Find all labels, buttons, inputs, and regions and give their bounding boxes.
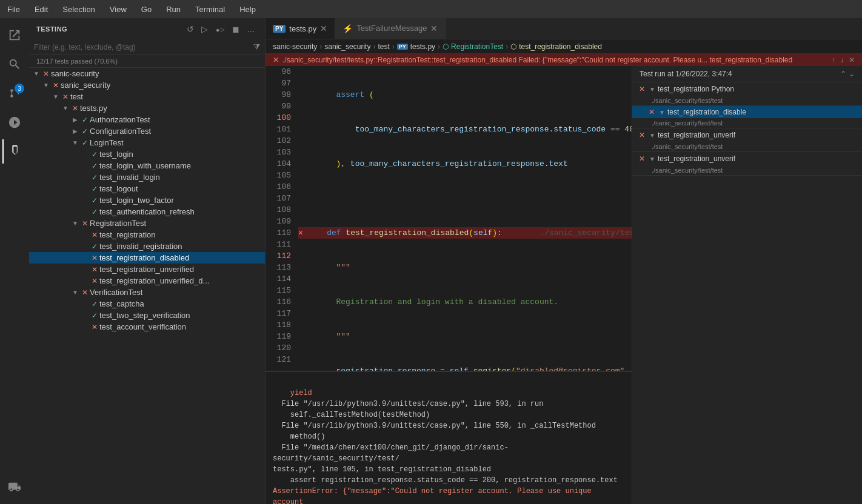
- menu-item-selection[interactable]: Selection: [60, 4, 97, 15]
- output-line-8: assert registration_response.status_code…: [273, 476, 618, 485]
- tree-item-test_two_step_verification[interactable]: ▶ ✓ test_two_step_verification: [29, 310, 265, 321]
- refresh-tests-button[interactable]: ↺: [184, 23, 196, 35]
- menu-item-run[interactable]: Run: [164, 4, 183, 15]
- tree-item-AuthorizationTest[interactable]: ▶ ✓ AuthorizationTest: [29, 114, 265, 125]
- status-fail-icon: ✕: [637, 85, 647, 93]
- rp-section-header-test-registration-disabled[interactable]: ✕ ▼ test_registration_disable: [632, 106, 862, 118]
- status-fail-icon: ✕: [80, 219, 90, 228]
- expand-arrow: ▶: [70, 128, 80, 134]
- tree-item-test[interactable]: ▼ ✕ test: [29, 91, 265, 102]
- tree-label: test_captcha: [99, 299, 144, 308]
- tree-item-RegistrationTest[interactable]: ▼ ✕ RegistrationTest: [29, 217, 265, 229]
- breadcrumb-part-1[interactable]: sanic-security: [273, 42, 317, 51]
- code-line-104: registration_response = self.register("d…: [298, 365, 632, 371]
- tree-item-test_registration_unverified[interactable]: ▶ ✕ test_registration_unverified: [29, 264, 265, 275]
- tab-label: TestFailureMessage: [356, 24, 427, 33]
- nav-prev-button[interactable]: ↑: [832, 56, 835, 64]
- error-bar: ✕ ./sanic_security/test/tests.py::Regist…: [266, 54, 862, 66]
- tree-label: test_two_step_verification: [99, 311, 190, 320]
- tree-label: RegistrationTest: [90, 219, 146, 228]
- output-line-7: tests.py", line 105, in test_registratio…: [273, 465, 491, 474]
- menu-item-view[interactable]: View: [107, 4, 129, 15]
- status-pass-icon: ✓: [90, 150, 99, 159]
- expand-arrow: ▼: [70, 220, 80, 227]
- rp-expand-button[interactable]: ⌄: [849, 70, 855, 78]
- status-fail-icon: ✕: [51, 81, 61, 90]
- status-pass-icon: ✓: [90, 196, 99, 205]
- activity-extensions-icon[interactable]: [2, 475, 27, 499]
- tree-item-test_authentication_refresh[interactable]: ▶ ✓ test_authentication_refresh: [29, 206, 265, 217]
- rp-section-test-registration: ✕ ▼ test_registration Python ./sanic_sec…: [632, 82, 862, 106]
- breadcrumb-part-3[interactable]: test: [378, 42, 389, 51]
- stop-tests-button[interactable]: ◼: [230, 23, 242, 35]
- tab-tests-py[interactable]: PY tests.py ✕: [266, 18, 335, 39]
- output-line-5: method(): [273, 433, 325, 441]
- tree-item-LoginTest[interactable]: ▼ ✓ LoginTest: [29, 137, 265, 148]
- tree-item-tests-py[interactable]: ▼ ✕ tests.py: [29, 102, 265, 114]
- more-options-button[interactable]: …: [244, 23, 258, 35]
- tree-item-test_registration_disabled[interactable]: ▶ ✕ test_registration_disabled: [29, 252, 265, 264]
- menu-item-terminal[interactable]: Terminal: [193, 4, 227, 15]
- menu-item-help[interactable]: Help: [237, 4, 258, 15]
- menu-item-go[interactable]: Go: [139, 4, 154, 15]
- editor-area: PY tests.py ✕ ⚡ TestFailureMessage ✕ san…: [266, 18, 862, 504]
- tree-item-test_registration_unverified_d[interactable]: ▶ ✕ test_registration_unverified_d...: [29, 275, 265, 287]
- breadcrumb-part-5[interactable]: ⬡ RegistrationTest: [443, 42, 503, 51]
- activity-testing-icon[interactable]: [2, 139, 27, 164]
- tree-item-test_account_verification[interactable]: ▶ ✕ test_account_verification: [29, 321, 265, 333]
- tree-item-test_registration[interactable]: ▶ ✕ test_registration: [29, 229, 265, 240]
- activity-debug-icon[interactable]: [2, 110, 27, 134]
- tree-label: sanic_security: [61, 81, 110, 90]
- activity-search-icon[interactable]: [2, 52, 27, 76]
- tab-close-button[interactable]: ✕: [430, 24, 438, 33]
- expand-arrow: ▼: [32, 70, 41, 77]
- rp-arrow-icon: ▼: [649, 156, 655, 162]
- tab-TestFailureMessage[interactable]: ⚡ TestFailureMessage ✕: [335, 18, 446, 39]
- debug-all-tests-button[interactable]: ⬥▷: [213, 23, 227, 35]
- run-all-tests-button[interactable]: ▷: [199, 23, 210, 35]
- status-fail-icon: ✕: [647, 108, 657, 116]
- tree-item-test_invalid_login[interactable]: ▶ ✓ test_invalid_login: [29, 171, 265, 183]
- rp-section-header-test-registration-unverified[interactable]: ✕ ▼ test_registration_unverif: [632, 128, 862, 142]
- tree-item-sanic-security[interactable]: ▼ ✕ sanic-security: [29, 68, 265, 79]
- expand-arrow: ▼: [41, 82, 51, 88]
- test-stats: 12/17 tests passed (70.6%): [29, 55, 265, 68]
- filter-input[interactable]: [34, 43, 251, 51]
- right-panel: Test run at 1/26/2022, 3:47:4 ⌃ ⌄ ✕ ▼ te…: [632, 66, 862, 504]
- breadcrumb-part-6[interactable]: ⬡ test_registration_disabled: [510, 42, 602, 51]
- status-fail-icon: ✕: [41, 70, 51, 78]
- output-line-3: self._callTestMethod(testMethod): [273, 411, 430, 419]
- close-error-button[interactable]: ✕: [849, 56, 855, 64]
- activity-explorer-icon[interactable]: [2, 23, 27, 47]
- rp-section-header-test-registration-unverified-2[interactable]: ✕ ▼ test_registration_unverif: [632, 152, 862, 165]
- bottom-output-panel: yield File "/usr/lib/python3.9/unittest/…: [266, 371, 632, 504]
- code-editor[interactable]: 96 97 98 99 100 101 102 103 104 105 106 …: [266, 66, 632, 371]
- breadcrumb-part-2[interactable]: sanic_security: [324, 42, 370, 51]
- tree-item-VerificationTest[interactable]: ▼ ✕ VerificationTest: [29, 287, 265, 298]
- status-fail-icon: ✕: [80, 288, 90, 297]
- breadcrumb-part-4[interactable]: PY tests.py: [397, 42, 435, 51]
- tree-item-sanic_security[interactable]: ▼ ✕ sanic_security: [29, 79, 265, 91]
- menu-item-edit[interactable]: Edit: [32, 4, 50, 15]
- rp-item-label: test_registration_unverif: [658, 131, 735, 139]
- tree-item-test_logout[interactable]: ▶ ✓ test_logout: [29, 183, 265, 194]
- rp-section-header-test-registration[interactable]: ✕ ▼ test_registration Python: [632, 82, 862, 96]
- tab-close-button[interactable]: ✕: [320, 24, 327, 33]
- status-fail-icon: ✕: [90, 254, 99, 262]
- nav-next-button[interactable]: ↓: [840, 56, 844, 64]
- line-numbers: 96 97 98 99 100 101 102 103 104 105 106 …: [266, 66, 296, 371]
- tree-item-test_login[interactable]: ▶ ✓ test_login: [29, 148, 265, 160]
- rp-collapse-button[interactable]: ⌃: [840, 70, 846, 78]
- rp-section-test-registration-unverified: ✕ ▼ test_registration_unverif ./sanic_se…: [632, 128, 862, 152]
- output-content[interactable]: yield File "/usr/lib/python3.9/unittest/…: [266, 372, 632, 504]
- sidebar: TESTING ↺ ▷ ⬥▷ ◼ … ⧩ 12/17 tests passed …: [29, 18, 266, 504]
- tree-item-test_captcha[interactable]: ▶ ✓ test_captcha: [29, 298, 265, 310]
- tree-item-test_invalid_registration[interactable]: ▶ ✓ test_invalid_registration: [29, 240, 265, 252]
- tree-item-test_login_two_factor[interactable]: ▶ ✓ test_login_two_factor: [29, 194, 265, 206]
- activity-git-icon[interactable]: 3: [2, 81, 27, 105]
- tree-item-test_login_with_username[interactable]: ▶ ✓ test_login_with_username: [29, 160, 265, 171]
- filter-icon: ⧩: [253, 42, 260, 52]
- tree-item-ConfigurationTest[interactable]: ▶ ✓ ConfigurationTest: [29, 125, 265, 137]
- menu-item-file[interactable]: File: [5, 4, 22, 15]
- status-fail-icon: ✕: [70, 104, 80, 113]
